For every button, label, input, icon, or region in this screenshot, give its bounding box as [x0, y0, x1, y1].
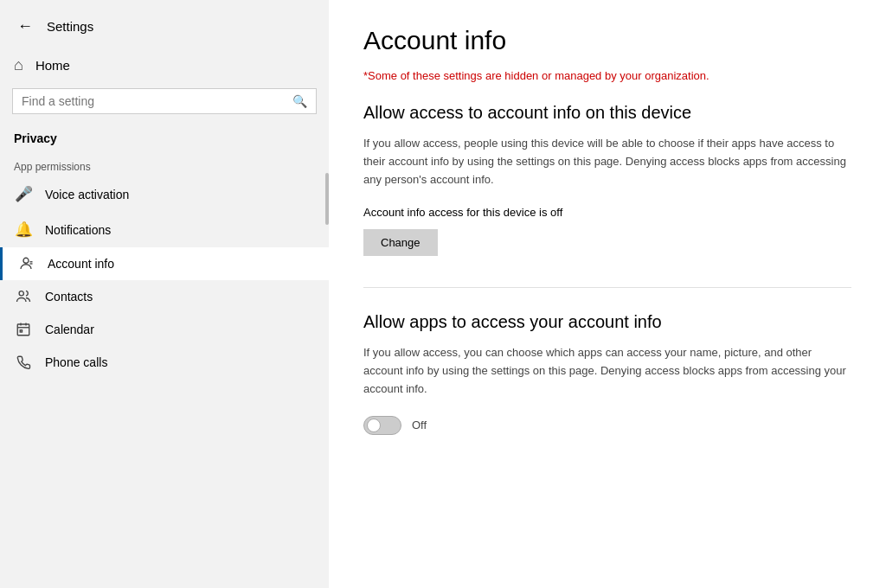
- svg-point-0: [23, 258, 29, 263]
- sidebar-scroll: App permissions 🎤 Voice activation 🔔 Not…: [0, 150, 329, 588]
- scroll-indicator: [325, 173, 329, 225]
- back-button[interactable]: ←: [14, 14, 36, 39]
- account-info-toggle[interactable]: [363, 416, 401, 435]
- section2-title: Allow apps to access your account info: [363, 312, 851, 332]
- svg-rect-8: [20, 330, 22, 332]
- svg-point-3: [19, 291, 23, 296]
- toggle-label: Off: [412, 419, 427, 431]
- sidebar-item-home[interactable]: ⌂ Home: [0, 48, 329, 83]
- toggle-knob: [367, 419, 381, 432]
- sidebar-item-voice-activation[interactable]: 🎤 Voice activation: [0, 176, 329, 212]
- section1-description: If you allow access, people using this d…: [363, 135, 851, 189]
- voice-activation-label: Voice activation: [45, 188, 129, 201]
- calendar-label: Calendar: [45, 323, 94, 336]
- privacy-label: Privacy: [0, 123, 329, 150]
- svg-rect-4: [17, 324, 29, 336]
- account-info-icon: [16, 256, 35, 272]
- settings-title: Settings: [47, 19, 93, 34]
- page-title: Account info: [363, 26, 851, 55]
- sidebar: ← Settings ⌂ Home 🔍 Privacy App permissi…: [0, 0, 329, 588]
- calendar-icon: [14, 322, 33, 337]
- section1-status: Account info access for this device is o…: [363, 206, 851, 219]
- home-label: Home: [35, 58, 70, 73]
- voice-activation-icon: 🎤: [14, 185, 33, 203]
- sidebar-item-account-info[interactable]: Account info: [0, 247, 329, 280]
- account-info-label: Account info: [48, 257, 114, 271]
- sidebar-header: ← Settings: [0, 0, 329, 48]
- section2-description: If you allow access, you can choose whic…: [363, 344, 851, 398]
- app-permissions-label: App permissions: [0, 150, 329, 176]
- search-icon: 🔍: [292, 94, 307, 108]
- search-input[interactable]: [22, 94, 286, 108]
- toggle-row: Off: [363, 416, 851, 435]
- sidebar-item-phone-calls[interactable]: Phone calls: [0, 346, 329, 379]
- main-content: Account info *Some of these settings are…: [329, 0, 886, 588]
- search-box[interactable]: 🔍: [12, 88, 317, 114]
- section1-title: Allow access to account info on this dev…: [363, 103, 851, 123]
- phone-calls-icon: [14, 355, 33, 370]
- sidebar-item-calendar[interactable]: Calendar: [0, 313, 329, 346]
- home-icon: ⌂: [14, 56, 23, 74]
- phone-calls-label: Phone calls: [45, 355, 107, 369]
- org-notice: *Some of these settings are hidden or ma…: [363, 69, 851, 82]
- contacts-label: Contacts: [45, 290, 93, 304]
- section-divider: [363, 287, 851, 288]
- sidebar-item-contacts[interactable]: Contacts: [0, 280, 329, 313]
- contacts-icon: [14, 289, 33, 304]
- notifications-label: Notifications: [45, 223, 111, 237]
- sidebar-item-notifications[interactable]: 🔔 Notifications: [0, 212, 329, 247]
- notifications-icon: 🔔: [14, 220, 33, 239]
- change-button[interactable]: Change: [363, 229, 438, 256]
